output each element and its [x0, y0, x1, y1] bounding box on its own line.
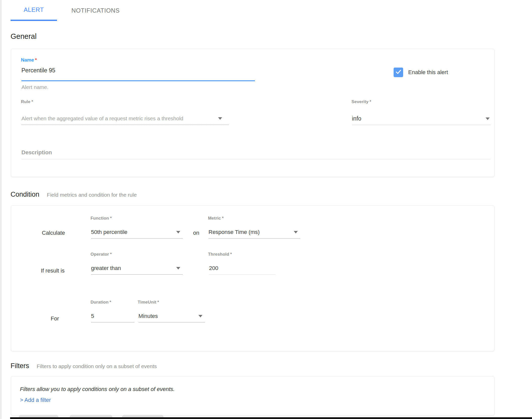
metric-label: Metric*: [208, 216, 224, 221]
operator-label: Operator*: [91, 252, 112, 257]
name-label: Name*: [21, 57, 37, 63]
threshold-input[interactable]: 200: [209, 262, 276, 275]
timeunit-label: TimeUnit*: [138, 300, 159, 305]
tab-alert[interactable]: ALERT: [11, 0, 57, 21]
metric-select-value: Response Time (ms): [209, 229, 260, 235]
required-marker: *: [230, 252, 232, 257]
tab-notifications[interactable]: NOTIFICATIONS: [57, 0, 134, 21]
filters-subtitle: Filters to apply condition only on a sub…: [37, 363, 157, 369]
dropdown-arrow-icon: [218, 117, 222, 120]
required-marker: *: [370, 99, 371, 104]
required-marker: *: [110, 252, 112, 257]
required-marker: *: [109, 300, 111, 305]
severity-select-value: info: [352, 115, 361, 122]
general-section-header: General: [11, 32, 37, 41]
filters-note: Filters allow you to apply conditions on…: [20, 386, 175, 393]
severity-label: Severity*: [351, 99, 371, 104]
rule-label: Rule*: [21, 99, 33, 104]
name-input[interactable]: Percentile 95: [21, 67, 55, 74]
duration-input-value: 5: [91, 313, 94, 319]
name-input-focus-underline: [21, 80, 255, 81]
duration-label: Duration*: [91, 300, 111, 305]
metric-select[interactable]: Response Time (ms): [209, 226, 300, 238]
timeunit-select-value: Minutes: [138, 313, 158, 319]
timeunit-select[interactable]: Minutes: [138, 310, 205, 322]
condition-section-header: Condition Field metrics and condition fo…: [11, 191, 137, 198]
checkmark-icon: [395, 68, 402, 76]
for-row-label: For: [51, 315, 59, 322]
calculate-row-label: Calculate: [42, 230, 65, 236]
dropdown-arrow-icon: [198, 315, 202, 317]
enable-alert-checkbox[interactable]: [394, 68, 403, 77]
general-heading: General: [11, 32, 37, 41]
name-hint: Alert name.: [21, 84, 48, 90]
required-marker: *: [110, 216, 112, 221]
required-marker: *: [32, 99, 33, 104]
dropdown-arrow-icon: [176, 231, 180, 233]
filters-card: Filters allow you to apply conditions on…: [11, 376, 494, 415]
enable-alert-label: Enable this alert: [408, 69, 448, 76]
function-select-value: 50th percentile: [91, 229, 127, 235]
duration-input[interactable]: 5: [91, 310, 134, 322]
description-input[interactable]: Description: [21, 146, 491, 159]
on-connector-label: on: [193, 230, 199, 236]
rule-select[interactable]: Alert when the aggregated value of a req…: [21, 112, 229, 125]
condition-heading: Condition: [11, 191, 39, 198]
filters-section-header: Filters Filters to apply condition only …: [11, 362, 157, 370]
dropdown-arrow-icon: [176, 267, 180, 270]
page-left-edge: [0, 0, 2, 419]
required-marker: *: [222, 216, 224, 221]
tab-bar: ALERT NOTIFICATIONS: [11, 0, 134, 21]
add-filter-link[interactable]: > Add a filter: [20, 397, 51, 403]
dropdown-arrow-icon: [486, 117, 490, 120]
if-result-row-label: If result is: [41, 267, 65, 274]
required-marker: *: [35, 57, 37, 63]
severity-select[interactable]: info: [352, 112, 491, 125]
threshold-label: Threshold*: [208, 252, 232, 257]
bottom-divider-bar: [10, 417, 532, 419]
general-card: Name* Percentile 95 Alert name. Enable t…: [11, 49, 494, 177]
rule-select-value: Alert when the aggregated value of a req…: [21, 115, 183, 122]
function-select[interactable]: 50th percentile: [91, 226, 183, 238]
required-marker: *: [157, 300, 159, 305]
operator-select[interactable]: greater than: [91, 262, 183, 275]
filters-heading: Filters: [11, 362, 29, 370]
dropdown-arrow-icon: [294, 231, 298, 233]
condition-card: Calculate Function* 50th percentile on M…: [11, 205, 494, 351]
function-label: Function*: [91, 216, 112, 221]
condition-subtitle: Field metrics and condition for the rule: [47, 192, 137, 198]
threshold-input-value: 200: [209, 265, 218, 272]
description-placeholder: Description: [21, 149, 52, 156]
operator-select-value: greater than: [91, 265, 121, 272]
